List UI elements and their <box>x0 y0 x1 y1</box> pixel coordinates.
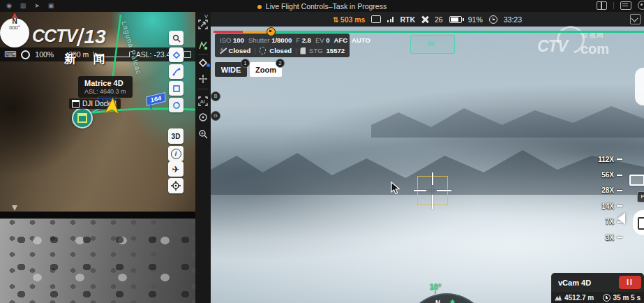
zoom-level-label[interactable]: 28X <box>601 186 614 194</box>
circle-arrow-icon <box>172 101 181 110</box>
gimbal-center-icon[interactable] <box>198 112 208 122</box>
video-feed-icon[interactable] <box>371 15 381 23</box>
map-orbit-tool-button[interactable] <box>169 98 184 112</box>
cctv-news-label: 新 闻 <box>64 51 112 67</box>
altitude-icon <box>555 295 562 301</box>
secondary-video-panel[interactable] <box>0 219 195 303</box>
map-search-button[interactable] <box>169 31 184 45</box>
zoom-level-label[interactable]: 112X <box>598 156 614 163</box>
zoom-level-label[interactable]: 3X <box>606 234 614 242</box>
latency-arrows-icon: ⇅ <box>333 15 339 24</box>
heading-compass-arc: N <box>403 293 490 303</box>
search-icon <box>172 34 181 43</box>
f-mode-badge[interactable]: F <box>637 191 644 202</box>
rtk-label: RTK <box>400 15 415 24</box>
storage-value: 15572 <box>327 47 345 54</box>
shutter-icon[interactable]: ◉ <box>5 2 13 10</box>
sparkle-enhance-icon[interactable] <box>198 74 208 84</box>
watermark-brand: CTV <box>537 37 567 56</box>
storage-card-icon <box>300 47 306 54</box>
task-status-title: Live Flight Controls–Task in Progress <box>0 2 644 10</box>
zoom-ruler[interactable]: 112X 56X 28X 14X 7X 3X <box>574 152 622 245</box>
shutter-value: 1/8000 <box>271 36 292 44</box>
heading-tick <box>435 290 436 294</box>
camera-settings-panel[interactable]: ISO 100 Shutter 1/8000 F 2.8 EV 0 AFC AU… <box>215 34 350 57</box>
map-pin-flag-icon[interactable] <box>198 40 208 50</box>
edge-button-pill[interactable] <box>633 210 644 235</box>
vcam-altitude: 4512.7 m <box>564 294 594 302</box>
telemetry-bar: ⇅ 503 ms RTK 26 91% 33:23 <box>211 12 644 27</box>
map-info-button[interactable]: i <box>168 146 184 161</box>
iso-value: 100 <box>233 36 244 44</box>
aircraft-asl: ASL: 4640.3 m <box>84 88 126 95</box>
magnifier-plus-icon[interactable] <box>198 129 208 139</box>
compass-arc-marker <box>450 300 455 303</box>
resize-window-icon[interactable] <box>630 14 641 24</box>
notification-dot <box>207 64 210 67</box>
vcam-panel: vCam 4D II <box>551 273 644 292</box>
lens-tab-zoom[interactable]: Zoom 2 <box>250 62 282 77</box>
task-active-dot <box>257 5 262 9</box>
spotlight-target-box[interactable] <box>417 176 448 205</box>
dock-position-marker[interactable] <box>72 108 93 128</box>
cctv-com-watermark: CTV 央视网 com <box>537 27 635 68</box>
drone-position-arrow[interactable] <box>103 96 122 116</box>
map-locate-button[interactable] <box>168 178 184 193</box>
map-area-tool-button[interactable] <box>169 81 184 96</box>
vcam-flight-time: 35 m 5 s <box>613 294 641 302</box>
map-3d-toggle-button[interactable]: 3D <box>168 128 184 144</box>
cctv-channel-number: 13 <box>84 26 106 48</box>
focus-frame-icon[interactable] <box>198 20 208 29</box>
g-channel-badge[interactable]: G <box>211 111 220 121</box>
locate-crosshair-icon <box>171 181 181 191</box>
cctv13-logo: CCTV 13 <box>32 26 106 48</box>
toolbar-divider <box>198 54 208 55</box>
battery-icon[interactable] <box>449 16 462 23</box>
minimap-toggle-icon[interactable] <box>629 175 644 186</box>
flash-state: Closed <box>229 47 251 54</box>
lens-wide-badge: 1 <box>241 59 250 68</box>
map-waypoint-tool-button[interactable] <box>169 47 184 62</box>
ai-detection-icon[interactable]: AI <box>198 96 208 106</box>
watermark-com: com <box>581 41 609 57</box>
progress-home-marker[interactable] <box>267 27 276 36</box>
b-channel-badge[interactable]: B <box>211 91 220 101</box>
zoom-level-label[interactable]: 7X <box>606 218 614 226</box>
square-icon <box>172 84 181 93</box>
titlebar-divider <box>613 2 614 9</box>
collapse-panel-arrow[interactable] <box>617 213 625 224</box>
cctv-logo-slash <box>77 28 84 46</box>
aircraft-tooltip: Matrice 4D ASL: 4640.3 m <box>78 76 133 98</box>
map-panel[interactable]: Laguna Palcac CCTV 13 新 闻 Matrice 4D ASL… <box>0 12 195 212</box>
3d-label: 3D <box>172 133 181 140</box>
split-view-icon[interactable] <box>597 1 607 10</box>
mission-time: 33:23 <box>504 15 522 24</box>
compass-arc-north: N <box>435 298 440 303</box>
send-icon[interactable]: ➤ <box>33 2 41 10</box>
heading-readout: 10° <box>420 282 451 290</box>
fpv-camera-view[interactable]: ⇅ 503 ms RTK 26 91% 33:23 ISO 100 Shutte… <box>211 12 644 303</box>
detection-box <box>410 35 455 54</box>
pause-button[interactable]: II <box>619 276 641 289</box>
flash-off-icon <box>220 47 225 54</box>
diamond-icon <box>172 51 181 59</box>
mountain-ridge-upper <box>371 96 644 138</box>
live-flight-controls-app: ◉ ▥ ➤ ▣ Live Flight Controls–Task in Pro… <box>0 0 644 303</box>
airplane-icon: ✈ <box>172 164 180 175</box>
info-icon: i <box>171 149 181 159</box>
layout-columns-icon[interactable]: ▥ <box>19 2 27 10</box>
zoom-level-label[interactable]: 56X <box>601 171 614 179</box>
display-icon[interactable]: ▣ <box>47 2 55 10</box>
signal-strength-icon <box>387 16 394 22</box>
map-aircraft-center-button[interactable]: ✈ <box>168 161 184 177</box>
lens-tab-wide[interactable]: WIDE 1 <box>215 62 247 77</box>
edge-handle-top[interactable] <box>635 68 644 105</box>
dock-icon <box>72 100 80 108</box>
map-route-tool-button[interactable] <box>169 64 184 79</box>
v-mode-label: V <box>204 13 208 20</box>
zoom-level-label[interactable]: 14X <box>601 202 614 210</box>
toolbar-divider <box>198 89 208 89</box>
settings-gear-icon[interactable] <box>638 1 644 10</box>
keyboard-shortcuts-icon[interactable] <box>620 1 631 10</box>
storage-label: STG <box>309 47 323 54</box>
